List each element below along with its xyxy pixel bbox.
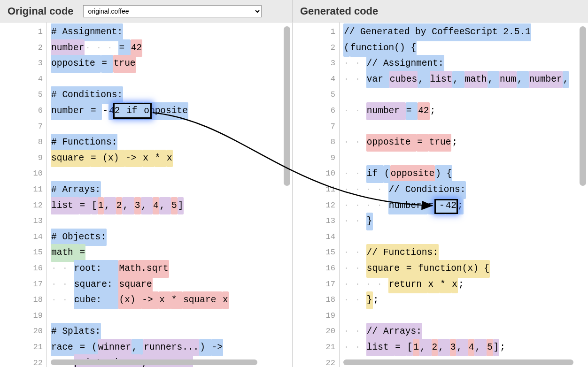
code-line[interactable]: · · var cubes, list, math, num, number, [343,72,588,88]
token: , [419,339,431,357]
line-number: 18 [298,295,335,304]
code-line[interactable] [343,87,588,103]
code-line[interactable]: · · root: Math.sqrt [51,261,292,277]
token: ( [343,39,350,57]
token: number [529,71,563,89]
line-number: 7 [298,122,335,131]
token: x [451,276,458,294]
original-title: Original code [8,5,74,17]
token: cube: [74,291,119,309]
code-line[interactable]: square = (x) -> x * x [51,151,292,167]
line-number: 5 [5,90,43,99]
token: } [366,291,373,309]
token: = [90,102,102,120]
code-line[interactable]: · · opposite = true; [343,135,588,151]
line-number: 15 [298,248,335,257]
code-line[interactable]: · · · · // Conditions: [343,182,588,198]
token: ( [384,165,390,183]
code-line[interactable]: · · square = function(x) { [343,261,588,277]
scrollbar-vertical[interactable] [284,26,290,186]
line-number: 9 [298,153,335,162]
token: if [126,102,143,120]
token: function() { [350,39,417,57]
code-line[interactable]: (function() { [343,40,588,56]
line-number: 19 [298,311,335,320]
line-number: 6 [298,106,335,115]
token: · · [51,276,74,294]
code-line[interactable]: · · number = 42; [343,103,588,119]
code-line[interactable]: # Assignment: [51,24,292,40]
token: // Assignment: [366,55,444,73]
code-line[interactable] [51,72,292,88]
token: [ [407,339,413,357]
token: x [428,276,440,294]
file-select[interactable]: original.coffee [83,5,262,17]
code-line[interactable]: list = [1, 2, 3, 4, 5] [51,198,292,214]
line-number: 20 [298,327,335,336]
code-line[interactable]: · · // Functions: [343,245,588,261]
generated-pane: 12345678910111213141516171819202122 // G… [293,23,588,367]
code-line[interactable]: · · // Arrays: [343,324,588,340]
code-line[interactable]: · · square: square [51,277,292,293]
line-number: 16 [5,264,43,273]
token: number [366,102,406,120]
token: , [456,339,468,357]
token: } [366,213,373,230]
code-line[interactable]: math = [51,245,292,261]
line-number: 14 [5,232,43,241]
token: var [366,71,389,89]
token: · · [343,260,366,278]
token: list [51,197,79,215]
code-line[interactable] [343,308,588,324]
code-line[interactable]: · · // Assignment: [343,56,588,72]
code-line[interactable]: · · } [343,214,588,229]
token: , [474,339,486,357]
line-gutter-left: 12345678910111213141516171819202122 [0,23,47,367]
code-line[interactable] [51,214,292,229]
code-line[interactable]: · · · · number = -42; [343,198,588,214]
code-line[interactable]: # Functions: [51,135,292,151]
token: * [440,276,451,294]
code-line[interactable]: · · cube: (x) -> x * square x [51,292,292,308]
generated-code[interactable]: // Generated by CoffeeScript 2.5.1(funct… [340,23,588,367]
token: x [222,291,229,309]
code-line[interactable] [343,229,588,245]
token: if [366,165,384,183]
code-line[interactable] [51,308,292,324]
scrollbar-vertical[interactable] [580,26,586,186]
code-line[interactable]: · · · · return x * x; [343,277,588,293]
code-line[interactable]: # Arrays: [51,182,292,198]
line-number: 17 [5,280,43,289]
code-line[interactable] [343,151,588,167]
token: 42 [108,102,126,120]
token: winner [98,339,132,357]
code-line[interactable]: // Generated by CoffeeScript 2.5.1 [343,24,588,40]
code-line[interactable]: race = (winner, runners...) -> [51,340,292,356]
scrollbar-horizontal[interactable] [51,359,257,365]
token: = [395,339,406,357]
scrollbar-horizontal[interactable] [343,359,573,365]
line-number: 9 [5,153,43,162]
token: true [429,134,452,152]
code-line[interactable]: · · }; [343,292,588,308]
code-line[interactable]: # Objects: [51,229,292,245]
token: · · [51,291,74,309]
token: # Assignment: [51,23,123,41]
original-code[interactable]: # Assignment:number· · · = 42opposite = … [47,23,292,367]
code-line[interactable]: number· · · = 42 [51,40,292,56]
code-line[interactable] [51,166,292,182]
token: · · [343,213,366,230]
code-line[interactable] [51,119,292,135]
token: 42 [131,39,142,57]
line-number: 7 [5,122,43,131]
code-line[interactable]: · · list = [1, 2, 3, 4, 5]; [343,340,588,356]
code-line[interactable]: # Conditions: [51,87,292,103]
code-line[interactable] [343,119,588,135]
line-gutter-right: 12345678910111213141516171819202122 [293,23,340,367]
code-line[interactable]: opposite = true [51,56,292,72]
code-line[interactable]: number = -42 if opposite [51,103,292,119]
code-line[interactable]: # Splats: [51,324,292,340]
line-number: 3 [298,59,335,68]
code-line[interactable]: · · if (opposite) { [343,166,588,182]
line-number: 1 [298,27,335,36]
